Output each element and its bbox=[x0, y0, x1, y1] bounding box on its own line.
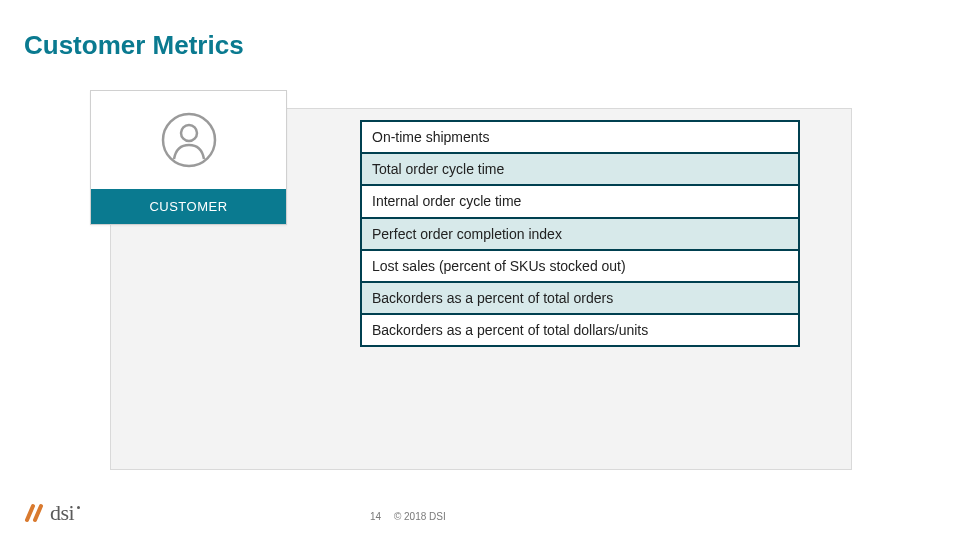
person-icon bbox=[161, 112, 217, 168]
slide-footer: 14 © 2018 DSI bbox=[370, 511, 446, 522]
customer-card: CUSTOMER bbox=[90, 90, 287, 225]
metrics-list: On-time shipments Total order cycle time… bbox=[360, 120, 800, 347]
page-number: 14 bbox=[370, 511, 381, 522]
dsi-logo: dsi bbox=[24, 500, 80, 526]
dsi-logo-mark bbox=[24, 502, 48, 524]
copyright-text: © 2018 DSI bbox=[394, 511, 446, 522]
metric-row: Lost sales (percent of SKUs stocked out) bbox=[360, 251, 800, 283]
page-title: Customer Metrics bbox=[24, 30, 244, 61]
metric-row: Backorders as a percent of total dollars… bbox=[360, 315, 800, 347]
dsi-logo-text: dsi bbox=[50, 500, 74, 526]
customer-card-icon-area bbox=[91, 91, 286, 189]
dsi-logo-dot bbox=[77, 506, 80, 509]
metric-row: On-time shipments bbox=[360, 120, 800, 154]
metric-row: Total order cycle time bbox=[360, 154, 800, 186]
metric-row: Backorders as a percent of total orders bbox=[360, 283, 800, 315]
metric-row: Internal order cycle time bbox=[360, 186, 800, 218]
customer-card-label: CUSTOMER bbox=[91, 189, 286, 224]
metric-row: Perfect order completion index bbox=[360, 219, 800, 251]
svg-point-1 bbox=[181, 125, 197, 141]
